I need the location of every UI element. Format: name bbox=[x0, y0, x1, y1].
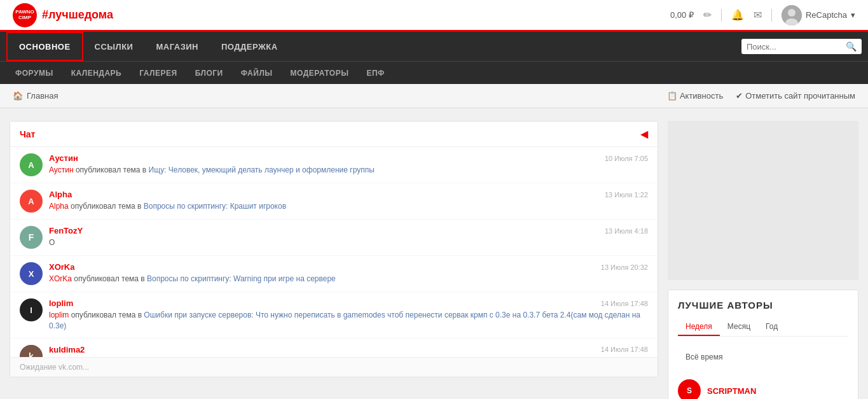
home-icon: 🏠 bbox=[13, 91, 23, 101]
chat-message: kuldima2 опубликовал тема в Ошибки при з… bbox=[49, 356, 648, 357]
tab-week[interactable]: Неделя bbox=[678, 318, 720, 336]
message-topic-link[interactable]: Вопросы по скриптингу: Warning при игре … bbox=[147, 274, 336, 283]
username-label: ReCaptcha bbox=[806, 10, 847, 20]
nav-item-gallery[interactable]: ГАЛЕРЕЯ bbox=[130, 62, 186, 85]
chat-item-content: kuldima2 14 Июля 17:48 kuldima2 опублико… bbox=[49, 345, 648, 357]
chat-message: Аустин опубликовал тема в Ищу: Человек, … bbox=[49, 165, 648, 176]
nav-item-calendar[interactable]: КАЛЕНДАРЬ bbox=[62, 62, 131, 85]
chat-message: О bbox=[49, 237, 648, 248]
search-box: 🔍 bbox=[741, 39, 862, 54]
notification-bell-button[interactable]: 🔔 bbox=[731, 9, 744, 21]
message-username-link[interactable]: Alpha bbox=[49, 202, 69, 211]
svg-text:k: k bbox=[29, 351, 34, 357]
list-item: X XOrKa 13 Июля 20:32 XOrKa опубликовал … bbox=[10, 256, 658, 292]
chat-item-content: FenTozY 13 Июля 4:18 О bbox=[49, 226, 648, 248]
main-panel: Чат ◀ А Аустин 10 Июля 7:05 Аусти bbox=[10, 121, 658, 399]
chat-time: 10 Июля 7:05 bbox=[605, 155, 648, 162]
chat-username[interactable]: loplim bbox=[49, 298, 73, 308]
chat-time: 13 Июля 1:22 bbox=[605, 191, 648, 199]
content-area: Чат ◀ А Аустин 10 Июля 7:05 Аусти bbox=[0, 108, 868, 399]
chat-item-header: Alpha 13 Июля 1:22 bbox=[49, 190, 648, 199]
tab-year[interactable]: Год bbox=[758, 318, 785, 336]
best-authors-widget: ЛУЧШИЕ АВТОРЫ Неделя Месяц Год Всё время… bbox=[668, 290, 858, 399]
list-item: А Аустин 10 Июля 7:05 Аустин опубликовал… bbox=[10, 147, 658, 183]
logo-icon: PAWNO CIMP bbox=[13, 3, 37, 27]
nav-item-blogs[interactable]: БЛОГИ bbox=[186, 62, 232, 85]
widget-title: ЛУЧШИЕ АВТОРЫ bbox=[678, 300, 848, 311]
nav-item-shop[interactable]: МАГАЗИН bbox=[144, 32, 210, 61]
search-icon: 🔍 bbox=[846, 41, 857, 52]
avatar: l bbox=[20, 298, 43, 321]
dropdown-arrow-icon: ▾ bbox=[851, 10, 855, 20]
breadcrumb-actions: 📋 Активность ✔ Отметить сайт прочитанным bbox=[667, 91, 855, 101]
chat-title: Чат bbox=[20, 129, 35, 139]
chat-message: Alpha опубликовал тема в Вопросы по скри… bbox=[49, 201, 648, 212]
message-topic-link[interactable]: Ищу: Человек, умеющий делать лаунчер и о… bbox=[149, 165, 375, 174]
chat-widget: Чат ◀ А Аустин 10 Июля 7:05 Аусти bbox=[10, 121, 658, 377]
sidebar-ad bbox=[668, 121, 858, 280]
balance-display: 0,00 ₽ bbox=[670, 10, 694, 20]
list-item: F FenTozY 13 Июля 4:18 О bbox=[10, 220, 658, 256]
mark-read-link[interactable]: ✔ Отметить сайт прочитанным bbox=[736, 91, 855, 101]
chat-toggle-button[interactable]: ◀ bbox=[640, 128, 648, 140]
checkmark-icon: ✔ bbox=[736, 91, 743, 101]
chat-item-content: XOrKa 13 Июля 20:32 XOrKa опубликовал те… bbox=[49, 262, 648, 284]
search-input[interactable] bbox=[747, 42, 842, 52]
chat-item-header: loplim 14 Июля 17:48 bbox=[49, 298, 648, 308]
avatar: A bbox=[20, 190, 43, 213]
list-item: k kuldima2 14 Июля 17:48 kuldima2 опубли… bbox=[10, 339, 658, 357]
chat-item-header: kuldima2 14 Июля 17:48 bbox=[49, 345, 648, 354]
logo-area[interactable]: PAWNO CIMP #лучшедома bbox=[13, 3, 113, 27]
nav-item-support[interactable]: ПОДДЕРЖКА bbox=[210, 32, 289, 61]
chat-username[interactable]: kuldima2 bbox=[49, 345, 85, 354]
nav-item-links[interactable]: ССЫЛКИ bbox=[83, 32, 145, 61]
nav-item-moderators[interactable]: МОДЕРАТОРЫ bbox=[282, 62, 358, 85]
author-item: S SCRIPTMAN bbox=[678, 375, 848, 399]
tab-alltime[interactable]: Всё время bbox=[678, 349, 848, 365]
nav-item-epf[interactable]: ЕПФ bbox=[357, 62, 393, 85]
top-bar-right: 0,00 ₽ ✏ 🔔 ✉ ReCaptcha ▾ bbox=[670, 5, 855, 25]
chat-message: loplim опубликовал тема в Ошибки при зап… bbox=[49, 310, 648, 332]
main-nav: ОСНОВНОЕ ССЫЛКИ МАГАЗИН ПОДДЕРЖКА 🔍 bbox=[0, 32, 868, 61]
avatar: F bbox=[20, 226, 43, 249]
chat-username[interactable]: Аустин bbox=[49, 153, 78, 163]
chat-username[interactable]: XOrKa bbox=[49, 262, 74, 272]
svg-text:F: F bbox=[29, 232, 34, 242]
chat-time: 13 Июля 20:32 bbox=[601, 263, 648, 271]
chat-footer: Ожидание vk.com... bbox=[10, 357, 658, 377]
tab-month[interactable]: Месяц bbox=[720, 318, 758, 336]
chat-item-content: Alpha 13 Июля 1:22 Alpha опубликовал тем… bbox=[49, 190, 648, 212]
divider-2 bbox=[771, 9, 772, 22]
message-topic-link[interactable]: Вопросы по скриптингу: Крашит игроков bbox=[144, 202, 286, 211]
svg-point-1 bbox=[788, 9, 796, 17]
home-link[interactable]: Главная bbox=[27, 91, 58, 101]
message-username-link[interactable]: XOrKa bbox=[49, 274, 72, 283]
avatar bbox=[782, 5, 802, 25]
edit-icon-button[interactable]: ✏ bbox=[703, 9, 712, 21]
avatar: S bbox=[678, 379, 701, 399]
nav-item-main[interactable]: ОСНОВНОЕ bbox=[6, 32, 83, 61]
nav-item-files[interactable]: ФАЙЛЫ bbox=[232, 62, 282, 85]
chat-username[interactable]: FenTozY bbox=[49, 226, 83, 235]
chat-header: Чат ◀ bbox=[10, 122, 658, 147]
avatar: k bbox=[20, 345, 43, 357]
list-item: l loplim 14 Июля 17:48 loplim опубликова… bbox=[10, 292, 658, 339]
nav-item-forums[interactable]: ФОРУМЫ bbox=[6, 62, 62, 85]
chat-list: А Аустин 10 Июля 7:05 Аустин опубликовал… bbox=[10, 147, 658, 357]
breadcrumb: 🏠 Главная bbox=[13, 91, 58, 101]
author-name[interactable]: SCRIPTMAN bbox=[707, 386, 756, 396]
chat-time: 14 Июля 17:48 bbox=[601, 300, 648, 307]
divider-1 bbox=[721, 9, 722, 22]
message-username-link[interactable]: loplim bbox=[49, 311, 69, 319]
message-icon-button[interactable]: ✉ bbox=[754, 9, 762, 21]
main-nav-items: ОСНОВНОЕ ССЫЛКИ МАГАЗИН ПОДДЕРЖКА bbox=[6, 32, 289, 61]
activity-link[interactable]: 📋 Активность bbox=[667, 91, 723, 101]
user-menu[interactable]: ReCaptcha ▾ bbox=[782, 5, 855, 25]
second-nav: ФОРУМЫ КАЛЕНДАРЬ ГАЛЕРЕЯ БЛОГИ ФАЙЛЫ МОД… bbox=[0, 61, 868, 84]
chat-message: XOrKa опубликовал тема в Вопросы по скри… bbox=[49, 274, 648, 284]
activity-icon: 📋 bbox=[667, 91, 677, 101]
chat-time: 13 Июля 4:18 bbox=[605, 227, 648, 235]
chat-item-content: Аустин 10 Июля 7:05 Аустин опубликовал т… bbox=[49, 153, 648, 176]
chat-username[interactable]: Alpha bbox=[49, 190, 72, 199]
message-username-link[interactable]: Аустин bbox=[49, 165, 74, 174]
